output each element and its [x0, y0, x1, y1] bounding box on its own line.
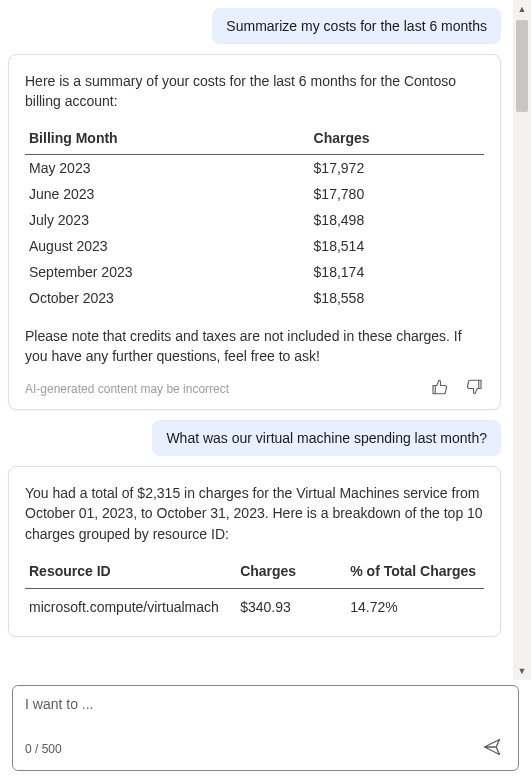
billing-table: Billing Month Charges May 2023 $17,972 J… [25, 124, 484, 314]
ai-response-card: Here is a summary of your costs for the … [8, 54, 501, 410]
thumbs-down-icon[interactable] [466, 378, 484, 399]
user-message: Summarize my costs for the last 6 months [212, 8, 501, 44]
message-input[interactable] [25, 696, 506, 733]
send-button[interactable] [478, 733, 506, 764]
chat-scroll-area[interactable]: Summarize my costs for the last 6 months… [0, 0, 513, 680]
col-header-charges: Charges [310, 124, 484, 155]
char-counter: 0 / 500 [25, 742, 62, 756]
scrollbar[interactable]: ▲ ▼ [513, 0, 531, 680]
table-row: microsoft.compute/virtualmach $340.93 14… [25, 589, 484, 621]
scroll-down-arrow-icon[interactable]: ▼ [513, 662, 531, 680]
thumbs-up-icon[interactable] [430, 378, 448, 399]
col-header-charges: Charges [236, 556, 346, 589]
table-row: June 2023 $17,780 [25, 181, 484, 207]
table-row: May 2023 $17,972 [25, 154, 484, 181]
col-header-month: Billing Month [25, 124, 310, 155]
ai-response-card: You had a total of $2,315 in charges for… [8, 466, 501, 637]
ai-intro-text: You had a total of $2,315 in charges for… [25, 483, 484, 544]
scroll-up-arrow-icon[interactable]: ▲ [513, 0, 531, 18]
table-row: October 2023 $18,558 [25, 285, 484, 314]
ai-outro-text: Please note that credits and taxes are n… [25, 326, 484, 367]
table-row: August 2023 $18,514 [25, 233, 484, 259]
user-message: What was our virtual machine spending la… [152, 420, 501, 456]
send-icon [482, 745, 502, 760]
message-composer: 0 / 500 [12, 685, 519, 771]
scrollbar-thumb[interactable] [516, 20, 528, 112]
col-header-pct: % of Total Charges [346, 556, 484, 589]
table-row: September 2023 $18,174 [25, 259, 484, 285]
ai-intro-text: Here is a summary of your costs for the … [25, 71, 484, 112]
ai-disclaimer: AI-generated content may be incorrect [25, 382, 229, 396]
table-row: July 2023 $18,498 [25, 207, 484, 233]
resource-table: Resource ID Charges % of Total Charges m… [25, 556, 484, 620]
col-header-resource: Resource ID [25, 556, 236, 589]
